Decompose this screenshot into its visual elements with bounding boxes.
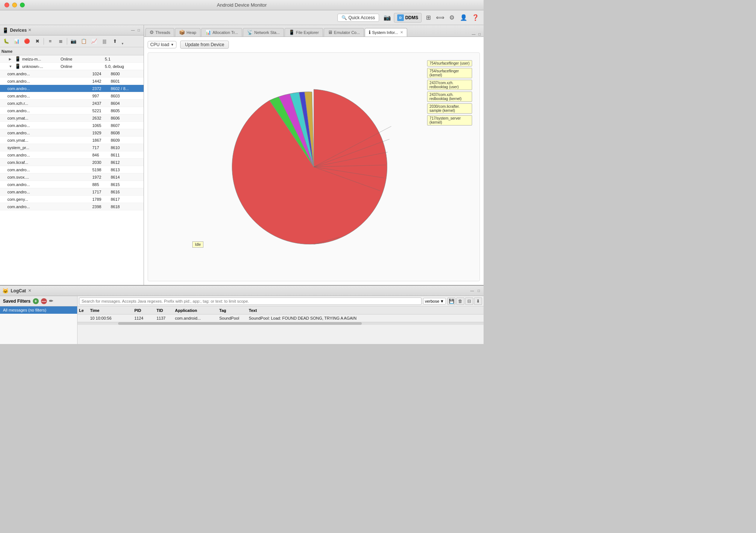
- minimize-tab-panel-btn[interactable]: —: [471, 31, 476, 37]
- proc-pid: 1972: [92, 175, 111, 179]
- process-row[interactable]: com.andro... 885 8615: [0, 181, 144, 188]
- minimize-logcat-btn[interactable]: —: [470, 288, 475, 293]
- threads-tab-icon: ⚙: [150, 30, 154, 35]
- proc-name: com.ymat...: [7, 138, 66, 142]
- minimize-button[interactable]: [12, 3, 17, 7]
- stop-process-btn[interactable]: 🔴: [22, 37, 32, 46]
- scroll-bottom-btn[interactable]: ⬇: [474, 298, 482, 305]
- remove-filter-btn[interactable]: —: [41, 298, 47, 304]
- process-row[interactable]: com.svox.... 1972 8614: [0, 173, 144, 181]
- process-row[interactable]: com.andro... 5221 8605: [0, 107, 144, 114]
- process-row[interactable]: com.andro... 2398 8618: [0, 203, 144, 210]
- expand-icon[interactable]: ▼: [9, 65, 13, 68]
- quick-access-button[interactable]: 🔍 Quick Access: [337, 14, 379, 22]
- process-row[interactable]: com.ymat... 2632 8606: [0, 114, 144, 122]
- screen-capture-icon[interactable]: 📷: [382, 13, 392, 23]
- person-icon[interactable]: 👤: [458, 13, 469, 23]
- threads-btn[interactable]: ≡: [45, 37, 55, 46]
- process-row[interactable]: com.xzh.r... 2437 8604: [0, 100, 144, 107]
- process-row[interactable]: system_pr... 717 8610: [0, 144, 144, 151]
- tab-system-info[interactable]: ℹ System Infor... ✕: [365, 28, 407, 37]
- proc-port: 8606: [111, 116, 142, 120]
- kill-process-btn[interactable]: ✖: [32, 37, 42, 46]
- cpu-load-select[interactable]: CPU load ▼: [148, 41, 176, 48]
- process-row[interactable]: com.andro... 846 8611: [0, 151, 144, 159]
- tab-close-icon[interactable]: ✕: [400, 30, 403, 34]
- logcat-panel-close[interactable]: ✕: [28, 288, 31, 293]
- maximize-button[interactable]: [20, 3, 25, 7]
- dump-btn[interactable]: 📋: [79, 37, 89, 46]
- proc-port: 8612: [111, 160, 142, 165]
- device-port: 5.1: [105, 57, 142, 61]
- tab-threads[interactable]: ⚙ Threads: [145, 28, 174, 37]
- proc-name: com.andro...: [7, 182, 66, 187]
- device-row-meizu[interactable]: ▶ 📱 meizu-m... Online 5.1: [0, 55, 144, 63]
- tab-heap[interactable]: 📦 Heap: [175, 28, 200, 37]
- maximize-panel-btn[interactable]: □: [136, 28, 141, 33]
- tab-file-explorer[interactable]: 📱 File Explorer: [285, 28, 323, 37]
- verbose-select[interactable]: verbose ▼: [423, 298, 446, 305]
- verbose-label: verbose: [425, 299, 439, 303]
- expand-icon[interactable]: ▶: [9, 57, 13, 61]
- update-from-device-button[interactable]: Update from Device: [180, 41, 229, 49]
- logcat-scrollbar[interactable]: [78, 322, 484, 325]
- process-row-selected[interactable]: com.andro... 2372 8602 / 8...: [0, 85, 144, 92]
- log-tag: SoundPool: [219, 316, 249, 320]
- proc-name: com.andro...: [7, 123, 66, 128]
- device-row-unknown[interactable]: ▼ 📱 unknown-... Online 5.0, debug: [0, 63, 144, 70]
- heap-tab-icon: 📦: [179, 30, 185, 35]
- tab-allocation[interactable]: 📊 Allocation Tr...: [201, 28, 242, 37]
- tab-network[interactable]: 📡 Network Sta...: [243, 28, 284, 37]
- legend-item-1: 754/surfaceflinger (user): [427, 60, 472, 66]
- toolbar-icons: 📷 D DDMS ⊞ ⟺ ⚙ 👤 ❓: [382, 13, 481, 23]
- toggle-view-btn[interactable]: ⊟: [465, 298, 473, 305]
- process-row[interactable]: com.andro... 1024 8600: [0, 70, 144, 78]
- save-log-btn[interactable]: 💾: [447, 298, 456, 305]
- filter-all-messages[interactable]: All messages (no filters): [0, 306, 77, 314]
- update-heap-btn[interactable]: 📊: [12, 37, 21, 46]
- proc-name: com.andro...: [7, 168, 66, 172]
- close-button[interactable]: [4, 3, 9, 7]
- process-row[interactable]: com.andro... 1442 8601: [0, 78, 144, 85]
- proc-name: com.ymat...: [7, 116, 66, 120]
- layout-icon[interactable]: ⊞: [423, 13, 433, 23]
- process-row[interactable]: com.andro... 1929 8608: [0, 129, 144, 137]
- maximize-tab-panel-btn[interactable]: □: [477, 31, 482, 37]
- process-row[interactable]: com.licraf... 2030 8612: [0, 159, 144, 166]
- edit-filter-btn[interactable]: ✏: [49, 298, 53, 304]
- pie-chart: [225, 78, 402, 255]
- logcat-search-input[interactable]: [79, 298, 422, 305]
- proc-port: 8611: [111, 153, 142, 157]
- logcat-scrollbar-thumb[interactable]: [118, 322, 362, 325]
- saved-filters-title: Saved Filters: [3, 299, 31, 304]
- tab-emulator[interactable]: 🖥 Emulator Co...: [324, 28, 364, 37]
- minimize-panel-btn[interactable]: —: [130, 28, 135, 33]
- traceview-btn[interactable]: 📈: [89, 37, 99, 46]
- method-profiling-btn[interactable]: |||: [100, 37, 109, 46]
- device-port: 5.0, debug: [105, 64, 142, 69]
- ddms-button[interactable]: D DDMS: [394, 13, 422, 23]
- process-row[interactable]: com.andro... 5198 8613: [0, 166, 144, 173]
- settings-icon[interactable]: ⚙: [447, 13, 457, 23]
- process-row[interactable]: com.andro... 997 8603: [0, 92, 144, 100]
- process-row[interactable]: com.andro... 1065 8607: [0, 122, 144, 129]
- process-row[interactable]: com.ymat... 1867 8609: [0, 137, 144, 144]
- update-layout-btn[interactable]: ⬆: [110, 37, 120, 46]
- add-filter-btn[interactable]: +: [33, 298, 39, 304]
- devices-panel-close[interactable]: ✕: [28, 28, 31, 32]
- device-list[interactable]: Name ▶ 📱 meizu-m... Online 5.1: [0, 47, 144, 285]
- threads-detail-btn[interactable]: ≣: [56, 37, 65, 46]
- col-name: Name: [1, 49, 61, 54]
- clear-log-btn[interactable]: 🗑: [456, 298, 464, 305]
- help-icon[interactable]: ❓: [470, 13, 481, 23]
- log-tid: 1137: [157, 316, 175, 320]
- maximize-logcat-btn[interactable]: □: [476, 288, 481, 293]
- log-text: SoundPool: Load: FOUND DEAD SONG, TRYING…: [249, 316, 482, 320]
- process-row[interactable]: com.geny... 1789 8617: [0, 196, 144, 203]
- camera-btn[interactable]: 📷: [69, 37, 78, 46]
- process-row[interactable]: com.andro... 1717 8616: [0, 188, 144, 196]
- log-pid: 1124: [134, 316, 157, 320]
- proc-port: 8602 / 8...: [111, 86, 142, 91]
- debug-btn[interactable]: 🐛: [1, 37, 11, 46]
- arrows-icon[interactable]: ⟺: [435, 13, 445, 23]
